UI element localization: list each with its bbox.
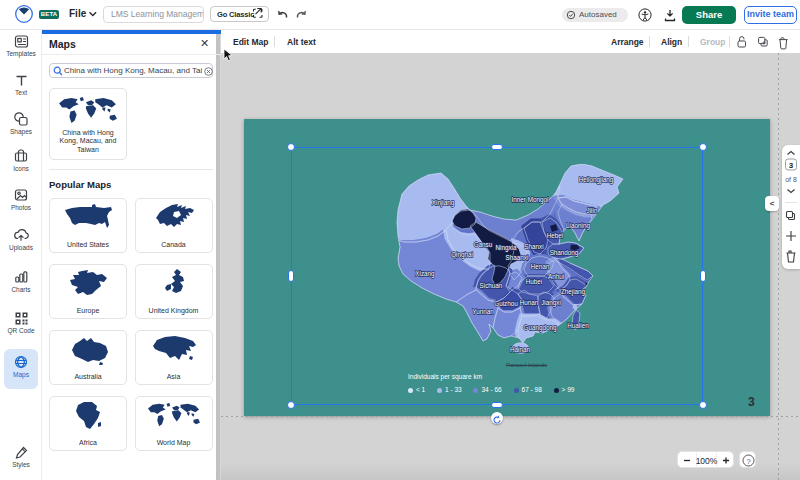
svg-text:?: ? (746, 457, 750, 466)
svg-text:of 8: of 8 (785, 176, 797, 183)
svg-text:3: 3 (789, 161, 794, 170)
svg-text:100%: 100% (696, 456, 718, 466)
